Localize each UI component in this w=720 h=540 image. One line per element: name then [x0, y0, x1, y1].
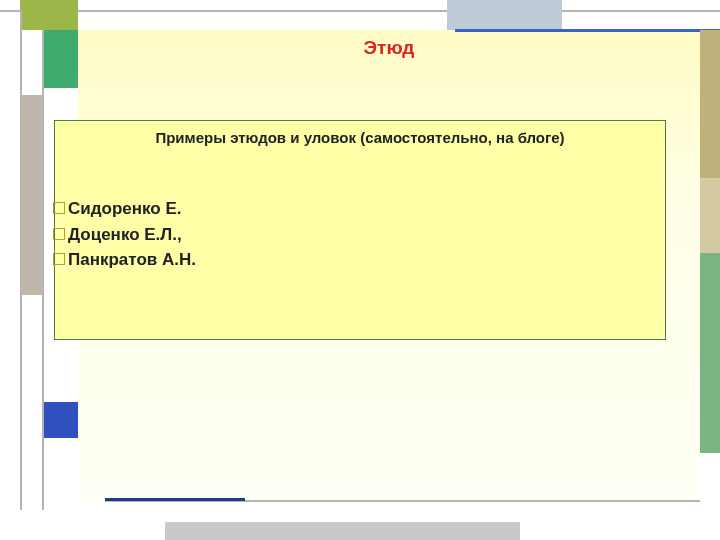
decor-olive-square — [20, 0, 78, 30]
accent-line-top — [455, 29, 720, 32]
decor-top-steel — [447, 0, 562, 30]
slide-title: Этюд — [78, 37, 700, 59]
decor-right-tan — [700, 30, 720, 178]
decor-left-green — [44, 30, 78, 88]
content-card: Примеры этюдов и уловок (самостоятельно,… — [54, 120, 666, 340]
slide: Этюд Примеры этюдов и уловок (самостояте… — [0, 0, 720, 540]
decor-left-royal — [44, 402, 78, 438]
author-name: Панкратов А.Н. — [68, 247, 196, 273]
author-name: Сидоренко Е. — [68, 196, 181, 222]
decor-left-silver — [21, 95, 42, 295]
list-item: Панкратов А.Н. — [53, 247, 665, 273]
bullet-icon — [53, 202, 65, 214]
list-item: Доценко Е.Л., — [53, 222, 665, 248]
accent-line-bottom — [105, 498, 245, 501]
card-subtitle: Примеры этюдов и уловок (самостоятельно,… — [55, 121, 665, 146]
decor-bottom-gray — [165, 522, 520, 540]
divider-left-inner — [42, 30, 44, 510]
decor-right-khaki — [700, 178, 720, 253]
author-name: Доценко Е.Л., — [68, 222, 182, 248]
list-item: Сидоренко Е. — [53, 196, 665, 222]
bullet-icon — [53, 228, 65, 240]
divider-top — [0, 10, 720, 12]
decor-right-green — [700, 253, 720, 453]
authors-list: Сидоренко Е. Доценко Е.Л., Панкратов А.Н… — [55, 146, 665, 273]
bullet-icon — [53, 253, 65, 265]
